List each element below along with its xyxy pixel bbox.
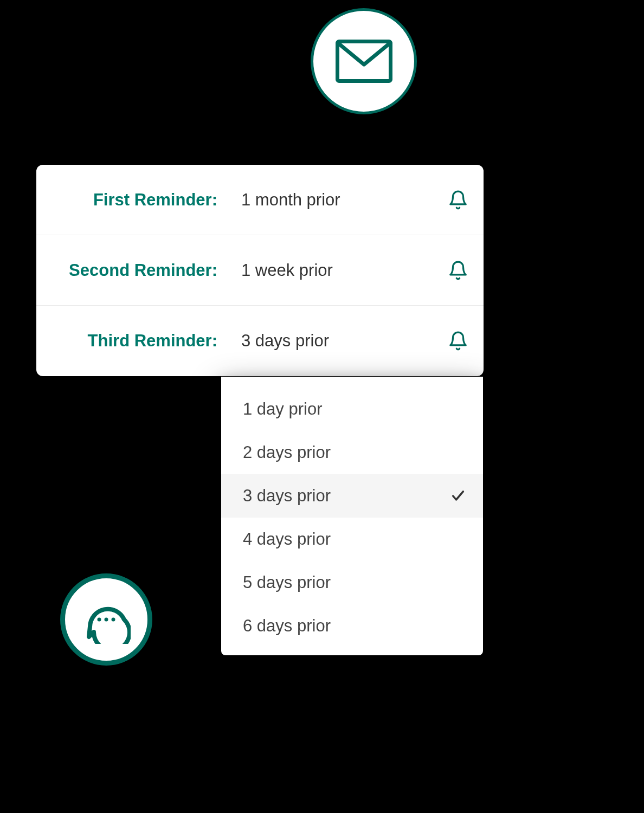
reminder-label: Second Reminder: <box>36 261 237 280</box>
mail-icon <box>336 40 392 83</box>
reminder-row[interactable]: First Reminder: 1 month prior <box>36 165 484 235</box>
email-badge <box>311 8 417 114</box>
reminder-value: 1 month prior <box>237 190 448 210</box>
dropdown-option-label: 6 days prior <box>243 616 331 636</box>
dropdown-option-label: 5 days prior <box>243 573 331 592</box>
dropdown-option[interactable]: 2 days prior <box>221 431 483 474</box>
bell-icon[interactable] <box>448 331 468 351</box>
dropdown-option[interactable]: 1 day prior <box>221 388 483 431</box>
reminder-value: 1 week prior <box>237 261 448 280</box>
reminder-card: First Reminder: 1 month prior Second Rem… <box>36 165 484 376</box>
reminder-row[interactable]: Second Reminder: 1 week prior <box>36 235 484 306</box>
reminder-label: First Reminder: <box>36 190 237 210</box>
bell-icon[interactable] <box>448 190 468 210</box>
svg-point-3 <box>112 618 115 622</box>
dropdown-option-label: 3 days prior <box>243 486 331 506</box>
dropdown-option[interactable]: 3 days prior <box>221 474 483 518</box>
reminder-row[interactable]: Third Reminder: 3 days prior <box>36 306 484 376</box>
dropdown-option[interactable]: 4 days prior <box>221 518 483 561</box>
svg-point-1 <box>98 618 101 622</box>
chat-badge <box>60 573 152 666</box>
bell-icon[interactable] <box>448 260 468 281</box>
reminder-dropdown[interactable]: 1 day prior2 days prior3 days prior4 day… <box>221 377 483 655</box>
dropdown-option[interactable]: 5 days prior <box>221 561 483 604</box>
dropdown-option-label: 2 days prior <box>243 443 331 462</box>
reminder-label: Third Reminder: <box>36 331 237 351</box>
reminder-value: 3 days prior <box>237 331 448 351</box>
dropdown-option-label: 4 days prior <box>243 530 331 549</box>
dropdown-option-label: 1 day prior <box>243 399 322 419</box>
svg-point-2 <box>105 618 108 622</box>
dropdown-option[interactable]: 6 days prior <box>221 604 483 648</box>
check-icon <box>450 488 466 504</box>
chat-icon <box>82 595 131 644</box>
